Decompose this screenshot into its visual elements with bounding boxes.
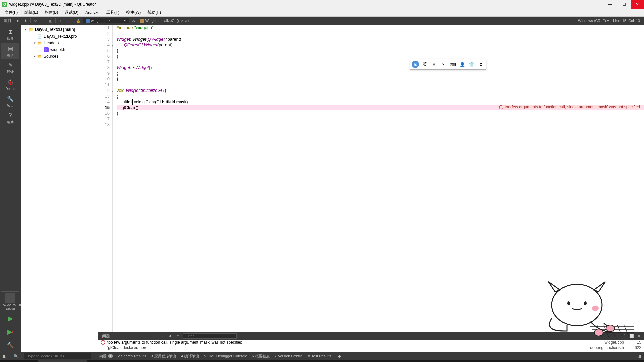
cursor-position: Line: 15, Col: 13 <box>613 19 640 23</box>
bottom-tab[interactable]: 3 应用程序输出 <box>151 354 176 359</box>
mode-帮助[interactable]: ?帮助 <box>1 110 19 126</box>
menu-item[interactable]: Analyze <box>82 10 103 16</box>
window-title: widget.cpp @ Day03_Text2D [main] - Qt Cr… <box>9 2 604 7</box>
ime-settings-icon[interactable]: ⚙ <box>477 61 485 68</box>
menu-item[interactable]: 帮助(H) <box>144 9 164 16</box>
mode-编辑[interactable]: ▤编辑 <box>1 43 19 59</box>
output-min-icon[interactable]: ˄ <box>621 333 627 339</box>
output-header: 问题 ↕ ‹ › ⚗ ⚠ ˄ ⬜ ✕ <box>98 332 644 340</box>
ime-toolbar[interactable]: ◉ 英 ☺ ✂ ⌨ 👤 👕 ⚙ <box>410 59 486 70</box>
issues-prev-icon[interactable]: ‹ <box>151 333 157 339</box>
lock-icon[interactable]: 🔒 <box>75 18 82 24</box>
file-close-icon[interactable]: ✕ <box>130 18 137 24</box>
funnel-icon[interactable]: ⚗ <box>22 18 28 24</box>
bottom-tab-bar: ◧ 🔍 1 问题12 Search Results3 应用程序输出4 编译输出5… <box>0 352 644 360</box>
tree-item[interactable]: Day03_Text2D.pro <box>22 33 96 40</box>
ime-punct-icon[interactable]: ☺ <box>430 61 438 68</box>
output-max-icon[interactable]: ⬜ <box>629 333 635 339</box>
output-tab-title[interactable]: 问题 <box>100 333 112 339</box>
issues-filter-icon[interactable]: ⚗ <box>167 333 173 339</box>
file-name: widget.cpp* <box>91 19 110 23</box>
tree-item[interactable]: ▾Day03_Text2D [main] <box>22 26 96 33</box>
issues-next-icon[interactable]: › <box>159 333 165 339</box>
tree-item[interactable]: widget.h <box>22 46 96 53</box>
mode-设计[interactable]: ✎设计 <box>1 60 19 76</box>
issue-row[interactable]: too few arguments to function call, sing… <box>98 340 644 345</box>
close-button[interactable]: ✕ <box>631 0 644 9</box>
filter-icon[interactable]: ▼ <box>15 18 21 24</box>
editor-toolbar: 项目 ▼ ⚗ ⟳ + ◫ ‹ › 🔒 widget.cpp* ▼ ✕ Widge… <box>0 17 644 25</box>
file-selector[interactable]: widget.cpp* ▼ <box>83 18 129 23</box>
function-icon <box>140 19 144 23</box>
ime-emoji-icon[interactable]: ✂ <box>440 61 447 68</box>
toggle-sidebar-icon[interactable]: ◧ <box>1 353 8 359</box>
add-icon[interactable]: + <box>40 18 46 24</box>
bottom-tab[interactable]: 7 Version Control <box>275 354 303 358</box>
taskbar-app[interactable]: QCwidget.cpp @ Da... <box>38 360 87 362</box>
bottom-tab[interactable]: 4 编译输出 <box>181 354 199 359</box>
taskbar-app[interactable]: ◧ <box>25 360 38 362</box>
mode-欢迎[interactable]: ⊞欢迎 <box>1 26 19 42</box>
output-pane: 问题 ↕ ‹ › ⚗ ⚠ ˄ ⬜ ✕ too few arguments to … <box>98 332 644 352</box>
kit-selector[interactable]: Day03_Text2D Debug <box>1 291 19 312</box>
scope-text: Widget::initializeGL() -> void <box>145 19 192 23</box>
ime-skin-icon[interactable]: 👕 <box>468 61 475 68</box>
taskbar-app[interactable]: ●Offline - Jannik <box>180 360 221 362</box>
nav-fwd-icon[interactable]: › <box>65 18 71 24</box>
encoding-indicator[interactable]: Windows (CRLF) ▾ <box>578 19 609 23</box>
toggle-right-sidebar-icon[interactable]: ◨ <box>636 353 643 359</box>
titlebar: Q widget.cpp @ Day03_Text2D [main] - Qt … <box>0 0 644 9</box>
taskbar-app[interactable]: ●创作中心 - 哔哩哔... <box>130 360 180 362</box>
code-editor[interactable]: 1234▾56789101112▾131415161718 too few ar… <box>98 25 644 332</box>
minimize-button[interactable]: — <box>604 0 617 9</box>
scope-selector[interactable]: Widget::initializeGL() -> void <box>137 19 194 23</box>
bottom-tab[interactable]: 6 概要信息 <box>252 354 270 359</box>
tree-item[interactable]: ▾Headers <box>22 40 96 46</box>
menubar: 文件(F)编辑(E)构建(B)调试(D)Analyze工具(T)控件(W)帮助(… <box>0 9 644 17</box>
issues-filter-input[interactable] <box>183 333 237 339</box>
taskbar-app[interactable]: ⊞ <box>0 360 13 362</box>
nav-back-icon[interactable]: ‹ <box>58 18 64 24</box>
bottom-more-icon[interactable]: ◆ <box>336 353 343 359</box>
app-icon: Q <box>2 2 7 7</box>
bottom-tab[interactable]: 2 Search Results <box>118 354 146 358</box>
menu-item[interactable]: 工具(T) <box>103 9 123 16</box>
mode-bar: ⊞欢迎▤编辑✎设计🐞Debug🔧项目?帮助 Day03_Text2D Debug… <box>0 25 21 352</box>
locator-input[interactable] <box>24 353 91 359</box>
menu-item[interactable]: 调试(D) <box>61 9 82 16</box>
ime-logo-icon[interactable]: ◉ <box>412 61 419 68</box>
run-button[interactable]: ▶ <box>5 313 16 324</box>
tree-item[interactable]: ▸Sources <box>22 53 96 60</box>
ime-user-icon[interactable]: 👤 <box>459 61 466 68</box>
bottom-tab[interactable]: 8 Test Results <box>308 354 331 358</box>
ime-lang-icon[interactable]: 英 <box>421 61 428 68</box>
menu-item[interactable]: 控件(W) <box>123 9 144 16</box>
issue-row[interactable]: 'glClear' declared hereqopenglfunctions.… <box>98 345 644 350</box>
split-icon[interactable]: ◫ <box>47 18 53 24</box>
project-label: 项目 <box>1 18 14 23</box>
bottom-tab[interactable]: 5 QML Debugger Console <box>204 354 247 358</box>
output-close-icon[interactable]: ✕ <box>636 333 642 339</box>
mode-Debug[interactable]: 🐞Debug <box>1 76 19 93</box>
taskbar-app[interactable]: e <box>13 360 25 362</box>
build-button[interactable]: 🔨 <box>5 340 16 351</box>
menu-item[interactable]: 编辑(E) <box>21 9 41 16</box>
project-pane: ▾Day03_Text2D [main]Day03_Text2D.pro▾Hea… <box>21 25 98 352</box>
bottom-tab[interactable]: 1 问题1 <box>96 354 113 359</box>
issues-warn-icon[interactable]: ⚠ <box>175 333 181 339</box>
mode-项目[interactable]: 🔧项目 <box>1 93 19 109</box>
cpp-file-icon <box>86 19 90 23</box>
windows-taskbar: ⊞e◧QCwidget.cpp @ Da...▶哔哩哔哩直播姬●创作中心 - 哔… <box>0 360 644 362</box>
inline-error[interactable]: too few arguments to function call, sing… <box>498 105 641 109</box>
maximize-button[interactable]: ☐ <box>617 0 631 9</box>
taskbar-app[interactable]: ▶哔哩哔哩直播姬 <box>87 360 130 362</box>
sync-icon[interactable]: ⟳ <box>33 18 39 24</box>
issues-sort-icon[interactable]: ↕ <box>143 333 149 339</box>
editor-pane: 1234▾56789101112▾131415161718 too few ar… <box>98 25 644 352</box>
menu-item[interactable]: 文件(F) <box>1 9 21 16</box>
ime-keyboard-icon[interactable]: ⌨ <box>449 61 457 68</box>
search-icon[interactable]: 🔍 <box>13 353 19 359</box>
run-debug-button[interactable]: ▶● <box>5 326 16 337</box>
menu-item[interactable]: 构建(B) <box>41 9 61 16</box>
